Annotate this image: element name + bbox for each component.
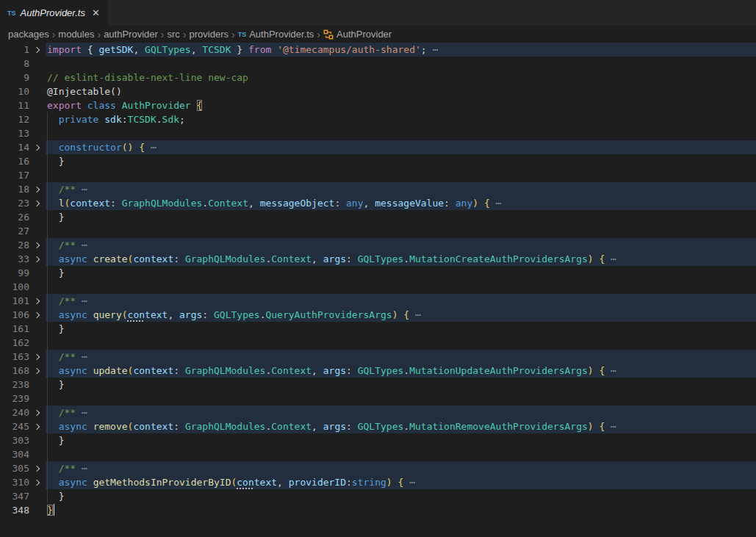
- breadcrumb-item-packages[interactable]: packages: [8, 29, 49, 40]
- code-content[interactable]: /** ⋯: [46, 350, 756, 364]
- fold-chevron-icon[interactable]: [29, 238, 46, 252]
- tab-authprovider-ts[interactable]: TS AuthProvider.ts ✕: [0, 0, 108, 26]
- code-editor[interactable]: 1import { getSDK, GQLTypes, TCSDK } from…: [0, 43, 756, 517]
- fold-chevron-icon[interactable]: [29, 196, 46, 210]
- code-content[interactable]: // eslint-disable-next-line new-cap: [46, 71, 756, 84]
- fold-chevron-icon[interactable]: [29, 475, 46, 489]
- close-tab-icon[interactable]: ✕: [92, 8, 100, 18]
- code-content[interactable]: async query(context, args: GQLTypes.Quer…: [46, 308, 756, 322]
- folded-code-ellipsis[interactable]: ⋯: [496, 198, 502, 209]
- breadcrumb-item-providers[interactable]: providers: [190, 29, 228, 40]
- code-content[interactable]: [46, 168, 756, 182]
- code-line-17: 17: [0, 168, 756, 182]
- code-content[interactable]: [46, 336, 756, 350]
- code-token: [47, 477, 59, 488]
- code-content[interactable]: /** ⋯: [46, 182, 756, 196]
- code-line-347: 347 }: [0, 489, 756, 503]
- indent-guide: [47, 475, 48, 489]
- indent-guide: [47, 126, 48, 140]
- folded-code-ellipsis[interactable]: ⋯: [82, 351, 87, 362]
- fold-chevron-icon[interactable]: [29, 461, 46, 475]
- folded-code-ellipsis[interactable]: ⋯: [82, 463, 87, 474]
- breadcrumb-item-authprovider[interactable]: AuthProvider: [323, 29, 392, 40]
- folded-code-ellipsis[interactable]: ⋯: [82, 184, 87, 195]
- code-content[interactable]: }: [46, 433, 756, 447]
- code-token: ): [472, 198, 478, 209]
- code-token: text: [145, 309, 168, 320]
- breadcrumb-item-authprovider[interactable]: authProvider: [104, 29, 158, 40]
- indent-guide: [47, 378, 48, 392]
- code-token: /**: [47, 239, 76, 251]
- code-content[interactable]: /** ⋯: [46, 238, 756, 252]
- code-token: [76, 463, 82, 474]
- breadcrumb-label: providers: [190, 29, 228, 40]
- fold-chevron-icon[interactable]: [29, 182, 46, 196]
- code-content[interactable]: [46, 280, 756, 294]
- folded-code-ellipsis[interactable]: ⋯: [611, 365, 616, 376]
- code-content[interactable]: /** ⋯: [46, 461, 756, 475]
- folded-code-ellipsis[interactable]: ⋯: [611, 421, 616, 432]
- code-content[interactable]: [46, 57, 756, 71]
- fold-chevron-icon[interactable]: [29, 406, 46, 419]
- code-content[interactable]: }: [46, 378, 756, 392]
- code-token: ,: [312, 365, 323, 376]
- folded-code-ellipsis[interactable]: ⋯: [82, 407, 87, 418]
- line-number: 13: [0, 126, 29, 140]
- code-content[interactable]: }: [46, 489, 756, 503]
- fold-chevron-icon[interactable]: [29, 419, 46, 433]
- code-content[interactable]: [46, 447, 756, 461]
- code-line-23: 23 l(context: GraphQLModules.Context, me…: [0, 196, 756, 210]
- code-content[interactable]: [46, 392, 756, 406]
- breadcrumb-item-src[interactable]: src: [168, 29, 180, 40]
- code-token: Context: [271, 365, 312, 376]
- fold-chevron-icon[interactable]: [29, 252, 46, 266]
- line-number: 9: [0, 71, 29, 84]
- indent-guide: [47, 461, 48, 475]
- folded-code-ellipsis[interactable]: ⋯: [611, 253, 616, 264]
- folded-code-ellipsis[interactable]: ⋯: [151, 142, 156, 153]
- gutter: 304: [0, 447, 46, 461]
- folded-code-ellipsis[interactable]: ⋯: [82, 239, 87, 251]
- code-content[interactable]: }: [46, 503, 756, 517]
- code-content[interactable]: private sdk:TCSDK.Sdk;: [46, 112, 756, 126]
- code-content[interactable]: constructor() { ⋯: [46, 140, 756, 154]
- code-content[interactable]: async update(context: GraphQLModules.Con…: [46, 364, 756, 378]
- code-token: con: [237, 477, 253, 488]
- fold-chevron-icon[interactable]: [29, 43, 46, 57]
- code-content[interactable]: async create(context: GraphQLModules.Con…: [46, 252, 756, 266]
- code-token: query: [93, 309, 122, 320]
- code-content[interactable]: }: [46, 266, 756, 280]
- code-content[interactable]: [46, 126, 756, 140]
- code-token: /**: [47, 295, 76, 306]
- code-line-168: 168 async update(context: GraphQLModules…: [0, 364, 756, 378]
- fold-chevron-icon[interactable]: [29, 140, 46, 154]
- code-content[interactable]: async getMethodsInProviderByID(context, …: [46, 475, 756, 489]
- folded-code-ellipsis[interactable]: ⋯: [432, 44, 438, 55]
- code-content[interactable]: [46, 224, 756, 238]
- folded-code-ellipsis[interactable]: ⋯: [82, 295, 87, 306]
- code-content[interactable]: @Injectable(): [46, 84, 756, 98]
- code-content[interactable]: }: [46, 154, 756, 168]
- indent-guide: [47, 447, 48, 461]
- folded-code-ellipsis[interactable]: ⋯: [415, 309, 421, 320]
- code-content[interactable]: /** ⋯: [46, 406, 756, 419]
- breadcrumb-item-authprovider-ts[interactable]: TSAuthProvider.ts: [238, 29, 314, 40]
- code-content[interactable]: /** ⋯: [46, 294, 756, 308]
- fold-chevron-icon[interactable]: [29, 294, 46, 308]
- fold-chevron-icon[interactable]: [29, 308, 46, 322]
- fold-chevron-icon[interactable]: [29, 364, 46, 378]
- code-content[interactable]: l(context: GraphQLModules.Context, messa…: [46, 196, 756, 210]
- code-content[interactable]: async remove(context: GraphQLModules.Con…: [46, 419, 756, 433]
- indent-guide: [47, 364, 48, 378]
- fold-spacer: [29, 154, 46, 168]
- code-content[interactable]: export class AuthProvider {: [46, 98, 756, 112]
- code-content[interactable]: import { getSDK, GQLTypes, TCSDK } from …: [46, 43, 756, 57]
- code-content[interactable]: }: [46, 322, 756, 336]
- breadcrumb-item-modules[interactable]: modules: [58, 29, 94, 40]
- code-content[interactable]: }: [46, 210, 756, 224]
- code-token: [478, 198, 484, 209]
- folded-code-ellipsis[interactable]: ⋯: [409, 477, 415, 488]
- gutter: 238: [0, 378, 46, 392]
- fold-chevron-icon[interactable]: [29, 350, 46, 364]
- code-line-99: 99 }: [0, 266, 756, 280]
